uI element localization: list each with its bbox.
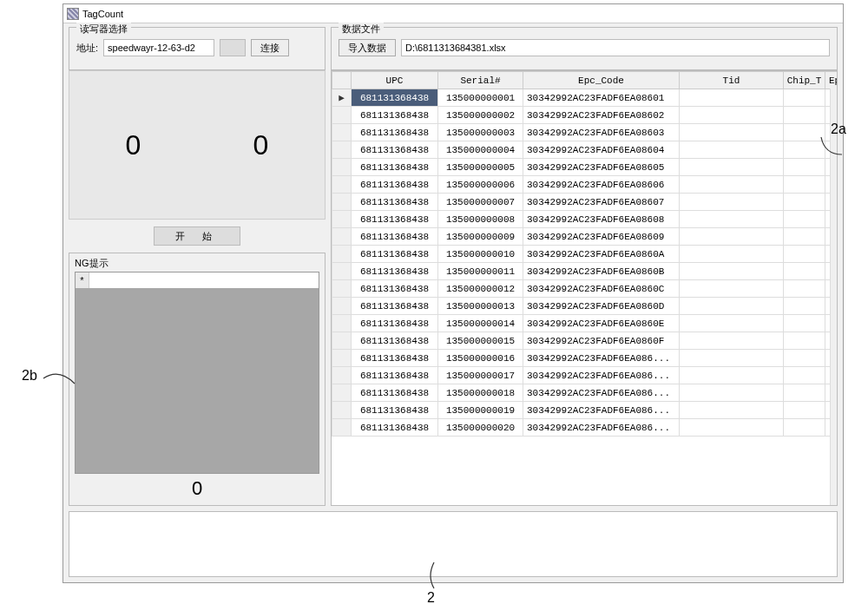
cell-upc[interactable]: 681131368438 bbox=[352, 89, 438, 107]
cell-upc[interactable]: 681131368438 bbox=[352, 332, 438, 350]
cell-serial[interactable]: 135000000019 bbox=[438, 402, 523, 419]
cell-tid[interactable] bbox=[680, 159, 784, 176]
table-row[interactable]: 68113136843813500000000430342992AC23FADF… bbox=[332, 141, 838, 159]
cell-tid[interactable] bbox=[680, 384, 784, 402]
cell-upc[interactable]: 681131368438 bbox=[352, 367, 438, 384]
table-row[interactable]: 68113136843813500000001830342992AC23FADF… bbox=[332, 384, 838, 402]
table-row[interactable]: 68113136843813500000000830342992AC23FADF… bbox=[332, 211, 838, 228]
table-row[interactable]: 68113136843813500000001230342992AC23FADF… bbox=[332, 280, 838, 298]
cell-chipt[interactable] bbox=[784, 280, 825, 298]
col-epcl[interactable]: Epc_L bbox=[825, 72, 838, 89]
cell-serial[interactable]: 135000000012 bbox=[438, 280, 523, 298]
cell-tid[interactable] bbox=[680, 280, 784, 298]
cell-tid[interactable] bbox=[680, 228, 784, 246]
cell-chipt[interactable] bbox=[784, 228, 825, 246]
cell-serial[interactable]: 135000000003 bbox=[438, 124, 523, 141]
cell-chipt[interactable] bbox=[784, 332, 825, 350]
col-upc[interactable]: UPC bbox=[352, 72, 438, 89]
cell-tid[interactable] bbox=[680, 211, 784, 228]
cell-chipt[interactable] bbox=[784, 350, 825, 367]
file-path-input[interactable] bbox=[401, 39, 830, 56]
cell-serial[interactable]: 135000000008 bbox=[438, 211, 523, 228]
cell-upc[interactable]: 681131368438 bbox=[352, 246, 438, 263]
cell-epc[interactable]: 30342992AC23FADF6EA086... bbox=[523, 419, 680, 437]
cell-chipt[interactable] bbox=[784, 315, 825, 332]
col-rowheader[interactable] bbox=[332, 72, 352, 89]
cell-serial[interactable]: 135000000017 bbox=[438, 367, 523, 384]
col-serial[interactable]: Serial# bbox=[438, 72, 523, 89]
table-row[interactable]: 68113136843813500000001130342992AC23FADF… bbox=[332, 263, 838, 280]
cell-serial[interactable]: 135000000001 bbox=[438, 89, 523, 107]
cell-serial[interactable]: 135000000018 bbox=[438, 384, 523, 402]
cell-epc[interactable]: 30342992AC23FADF6EA08606 bbox=[523, 176, 680, 194]
table-row[interactable]: ▶68113136843813500000000130342992AC23FAD… bbox=[332, 89, 838, 107]
cell-epc[interactable]: 30342992AC23FADF6EA08607 bbox=[523, 194, 680, 211]
cell-upc[interactable]: 681131368438 bbox=[352, 315, 438, 332]
cell-chipt[interactable] bbox=[784, 384, 825, 402]
cell-upc[interactable]: 681131368438 bbox=[352, 402, 438, 419]
cell-epc[interactable]: 30342992AC23FADF6EA0860B bbox=[523, 263, 680, 280]
addr-input[interactable] bbox=[103, 39, 214, 56]
cell-tid[interactable] bbox=[680, 315, 784, 332]
cell-epc[interactable]: 30342992AC23FADF6EA08601 bbox=[523, 89, 680, 107]
col-epc[interactable]: Epc_Code bbox=[523, 72, 680, 89]
cell-serial[interactable]: 135000000006 bbox=[438, 176, 523, 194]
cell-upc[interactable]: 681131368438 bbox=[352, 194, 438, 211]
cell-chipt[interactable] bbox=[784, 419, 825, 437]
cell-upc[interactable]: 681131368438 bbox=[352, 211, 438, 228]
table-row[interactable]: 68113136843813500000001530342992AC23FADF… bbox=[332, 332, 838, 350]
cell-serial[interactable]: 135000000015 bbox=[438, 332, 523, 350]
cell-tid[interactable] bbox=[680, 124, 784, 141]
table-row[interactable]: 68113136843813500000000230342992AC23FADF… bbox=[332, 107, 838, 124]
cell-tid[interactable] bbox=[680, 419, 784, 437]
cell-tid[interactable] bbox=[680, 298, 784, 315]
cell-epc[interactable]: 30342992AC23FADF6EA0860E bbox=[523, 315, 680, 332]
import-button[interactable]: 导入数据 bbox=[339, 39, 396, 56]
table-row[interactable]: 68113136843813500000001030342992AC23FADF… bbox=[332, 246, 838, 263]
table-row[interactable]: 68113136843813500000001430342992AC23FADF… bbox=[332, 315, 838, 332]
cell-epc[interactable]: 30342992AC23FADF6EA08608 bbox=[523, 211, 680, 228]
cell-serial[interactable]: 135000000010 bbox=[438, 246, 523, 263]
cell-upc[interactable]: 681131368438 bbox=[352, 298, 438, 315]
cell-tid[interactable] bbox=[680, 402, 784, 419]
cell-tid[interactable] bbox=[680, 332, 784, 350]
cell-upc[interactable]: 681131368438 bbox=[352, 263, 438, 280]
cell-epc[interactable]: 30342992AC23FADF6EA086... bbox=[523, 350, 680, 367]
cell-serial[interactable]: 135000000004 bbox=[438, 141, 523, 159]
cell-chipt[interactable] bbox=[784, 246, 825, 263]
cell-serial[interactable]: 135000000007 bbox=[438, 194, 523, 211]
cell-chipt[interactable] bbox=[784, 194, 825, 211]
grid-header-row[interactable]: UPC Serial# Epc_Code Tid Chip_T Epc_L bbox=[332, 72, 838, 89]
cell-epc[interactable]: 30342992AC23FADF6EA086... bbox=[523, 367, 680, 384]
start-button[interactable]: 开 始 bbox=[154, 226, 240, 246]
table-row[interactable]: 68113136843813500000002030342992AC23FADF… bbox=[332, 419, 838, 437]
cell-epc[interactable]: 30342992AC23FADF6EA08602 bbox=[523, 107, 680, 124]
table-row[interactable]: 68113136843813500000000630342992AC23FADF… bbox=[332, 176, 838, 194]
cell-epc[interactable]: 30342992AC23FADF6EA0860C bbox=[523, 280, 680, 298]
cell-serial[interactable]: 135000000014 bbox=[438, 315, 523, 332]
cell-tid[interactable] bbox=[680, 263, 784, 280]
cell-serial[interactable]: 135000000005 bbox=[438, 159, 523, 176]
cell-tid[interactable] bbox=[680, 246, 784, 263]
data-grid[interactable]: UPC Serial# Epc_Code Tid Chip_T Epc_L ▶6… bbox=[331, 70, 838, 506]
cell-epc[interactable]: 30342992AC23FADF6EA08609 bbox=[523, 228, 680, 246]
cell-upc[interactable]: 681131368438 bbox=[352, 280, 438, 298]
grid-table[interactable]: UPC Serial# Epc_Code Tid Chip_T Epc_L ▶6… bbox=[332, 71, 838, 437]
cell-epc[interactable]: 30342992AC23FADF6EA08603 bbox=[523, 124, 680, 141]
cell-epc[interactable]: 30342992AC23FADF6EA0860A bbox=[523, 246, 680, 263]
cell-upc[interactable]: 681131368438 bbox=[352, 350, 438, 367]
cell-epc[interactable]: 30342992AC23FADF6EA086... bbox=[523, 384, 680, 402]
cell-upc[interactable]: 681131368438 bbox=[352, 107, 438, 124]
cell-tid[interactable] bbox=[680, 350, 784, 367]
cell-upc[interactable]: 681131368438 bbox=[352, 141, 438, 159]
cell-epc[interactable]: 30342992AC23FADF6EA08604 bbox=[523, 141, 680, 159]
cell-epc[interactable]: 30342992AC23FADF6EA0860D bbox=[523, 298, 680, 315]
table-row[interactable]: 68113136843813500000001930342992AC23FADF… bbox=[332, 402, 838, 419]
cell-chipt[interactable] bbox=[784, 402, 825, 419]
table-row[interactable]: 68113136843813500000001330342992AC23FADF… bbox=[332, 298, 838, 315]
col-chipt[interactable]: Chip_T bbox=[784, 72, 825, 89]
cell-epc[interactable]: 30342992AC23FADF6EA086... bbox=[523, 402, 680, 419]
table-row[interactable]: 68113136843813500000001630342992AC23FADF… bbox=[332, 350, 838, 367]
cell-upc[interactable]: 681131368438 bbox=[352, 159, 438, 176]
cell-serial[interactable]: 135000000013 bbox=[438, 298, 523, 315]
